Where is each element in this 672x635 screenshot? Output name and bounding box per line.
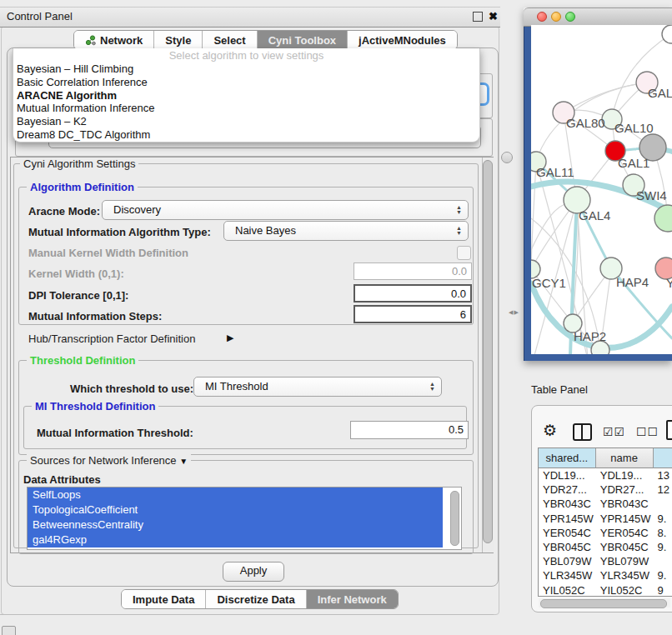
- mi-type-label: Mutual Information Algorithm Type:: [28, 226, 211, 238]
- hub-definition-label[interactable]: Hub/Transcription Factor Definition: [28, 332, 195, 345]
- algorithm-definition-title: Algorithm Definition: [27, 181, 138, 193]
- manual-kernel-label: Manual Kernel Width Definition: [28, 247, 188, 259]
- table-cell: 12: [653, 482, 672, 497]
- table-cell: 9.: [653, 512, 672, 526]
- divider-collapse-arrows-icon[interactable]: ◀▶: [509, 309, 519, 316]
- horizontal-scrollbar-thumb[interactable]: [540, 599, 667, 608]
- mi-algorithm-type-combobox[interactable]: Naive Bayes ▲▼: [223, 221, 469, 241]
- table-row[interactable]: YIL052CYIL052C9: [539, 583, 672, 598]
- attribute-item[interactable]: gal4RGexp: [28, 532, 443, 548]
- node-label: GAL80: [566, 116, 605, 130]
- tab-jactivemnodules[interactable]: jActiveMNodules: [348, 31, 457, 49]
- table-cell: YBR043C: [596, 497, 654, 511]
- table-cell: YBR045C: [539, 540, 596, 554]
- stepper-arrows-icon: ▲▼: [456, 222, 462, 240]
- which-threshold-combobox[interactable]: MI Threshold ▲▼: [193, 377, 442, 397]
- stepper-arrows-icon: ▲▼: [429, 378, 435, 396]
- table-row[interactable]: YBR045CYBR045C9.: [539, 540, 672, 554]
- network-window-titlebar[interactable]: [524, 8, 672, 27]
- float-window-icon[interactable]: [473, 12, 483, 22]
- dropdown-item[interactable]: Dream8 DC_TDC Algorithm: [13, 128, 479, 142]
- dropdown-item-list: Bayesian – Hill ClimbingBasic Correlatio…: [13, 62, 479, 142]
- manual-kernel-checkbox[interactable]: [457, 246, 471, 260]
- table-cell: YPR145W: [596, 512, 654, 526]
- table-cell: YDR27...: [596, 482, 654, 497]
- collapse-down-icon[interactable]: ▼: [179, 457, 188, 466]
- vertical-scrollbar-thumb[interactable]: [483, 160, 493, 543]
- dropdown-item[interactable]: Bayesian – Hill Climbing: [13, 62, 479, 76]
- table-row[interactable]: YBL079WYBL079W: [539, 554, 672, 568]
- bottom-divider: [0, 614, 494, 615]
- settings-gear-icon[interactable]: ⚙: [543, 421, 557, 440]
- table-row[interactable]: YDL19...YDL19...13: [539, 468, 672, 482]
- panel-divider-knob[interactable]: [501, 152, 513, 163]
- dropdown-item[interactable]: Bayesian – K2: [13, 115, 479, 128]
- node-label: GAL: [648, 86, 672, 100]
- list-scrollbar-thumb[interactable]: [450, 491, 459, 546]
- dropdown-item[interactable]: ARACNE Algorithm: [13, 89, 479, 102]
- apply-button[interactable]: Apply: [223, 562, 284, 582]
- node-label: GAL11: [536, 165, 574, 179]
- attribute-item[interactable]: TopologicalCoefficient: [28, 502, 443, 518]
- node-table[interactable]: shared...name YDL19...YDL19...13YDR27...…: [538, 448, 672, 597]
- table-cell: YLR345W: [596, 568, 654, 582]
- network-canvas[interactable]: GALGAL80GAL10GAL1GAL11SWI4GAL4GCY1HAP4YH…: [531, 25, 672, 354]
- cyni-settings-group-title: Cyni Algorithm Settings: [20, 158, 138, 170]
- table-cell: 8.: [653, 526, 672, 540]
- data-attributes-list[interactable]: SelfLoopsTopologicalCoefficientBetweenne…: [27, 487, 462, 550]
- column-header[interactable]: [654, 448, 672, 468]
- minimize-traffic-light-icon[interactable]: [551, 12, 561, 22]
- mi-threshold-field[interactable]: 0.5: [350, 421, 469, 439]
- table-cell: 9.: [653, 568, 672, 582]
- attribute-item[interactable]: SelfLoops: [28, 488, 443, 502]
- tab-discretize-data[interactable]: Discretize Data: [206, 590, 306, 608]
- table-row[interactable]: YDR27...YDR27...12: [539, 482, 672, 497]
- zoom-traffic-light-icon[interactable]: [565, 12, 575, 22]
- table-cell: YIL052C: [539, 583, 596, 598]
- cyni-bottom-tabbar: Impute DataDiscretize DataInfer Network: [121, 589, 399, 609]
- expand-right-icon[interactable]: ▶: [227, 332, 233, 343]
- table-cell: YIL052C: [596, 583, 654, 598]
- column-header[interactable]: name: [596, 448, 654, 468]
- tab-label: Select: [213, 32, 245, 49]
- tab-network[interactable]: Network: [74, 31, 154, 49]
- tab-infer-network[interactable]: Infer Network: [307, 590, 398, 608]
- aracne-mode-combobox[interactable]: Discovery ▲▼: [102, 200, 469, 220]
- mi-steps-field[interactable]: 6: [354, 305, 472, 323]
- tab-label: Style: [165, 32, 191, 49]
- tab-select[interactable]: Select: [203, 31, 257, 49]
- close-icon[interactable]: ✖: [489, 11, 498, 22]
- network-node[interactable]: [662, 25, 672, 43]
- new-table-icon[interactable]: [666, 420, 672, 440]
- dropdown-placeholder: Select algorithm to view settings: [13, 48, 479, 62]
- control-panel-title: Control Panel: [7, 10, 73, 22]
- column-header[interactable]: shared...: [539, 448, 596, 468]
- table-row[interactable]: YLR345WYLR345W9.: [539, 568, 672, 582]
- table-cell: YDR27...: [539, 482, 596, 497]
- select-all-columns-icon[interactable]: ☑☑: [603, 425, 625, 438]
- close-traffic-light-icon[interactable]: [537, 12, 547, 22]
- minimized-panel-icon[interactable]: [2, 626, 16, 635]
- table-panel-title: Table Panel: [531, 383, 588, 396]
- deselect-all-columns-icon[interactable]: ☐☐: [636, 425, 659, 438]
- table-row[interactable]: YBR043CYBR043C: [539, 497, 672, 511]
- table-cell: 9.: [653, 540, 672, 554]
- dropdown-item[interactable]: Mutual Information Inference: [13, 102, 479, 115]
- network-node[interactable]: [654, 205, 672, 232]
- table-row[interactable]: YPR145WYPR145W9.: [539, 512, 672, 526]
- table-row[interactable]: YER054CYER054C8.: [539, 526, 672, 540]
- application-window: Control Panel ✖ NetworkStyleSelectCyni T…: [0, 0, 672, 635]
- tab-cyni-toolbox[interactable]: Cyni Toolbox: [258, 31, 348, 49]
- tab-style[interactable]: Style: [154, 31, 203, 49]
- mi-steps-label: Mutual Information Steps:: [28, 310, 162, 322]
- node-label: SWI4: [636, 188, 667, 202]
- network-edge[interactable]: [564, 82, 647, 112]
- attribute-item[interactable]: BetweennessCentrality: [28, 518, 443, 532]
- kernel-width-field[interactable]: 0.0: [354, 262, 472, 280]
- tab-label: Infer Network: [318, 591, 387, 608]
- dropdown-item[interactable]: Basic Correlation Inference: [13, 76, 479, 89]
- dpi-tolerance-field[interactable]: 0.0: [354, 284, 472, 302]
- table-cell: YBL079W: [539, 554, 596, 568]
- tab-impute-data[interactable]: Impute Data: [122, 590, 206, 608]
- split-columns-icon[interactable]: [573, 423, 592, 441]
